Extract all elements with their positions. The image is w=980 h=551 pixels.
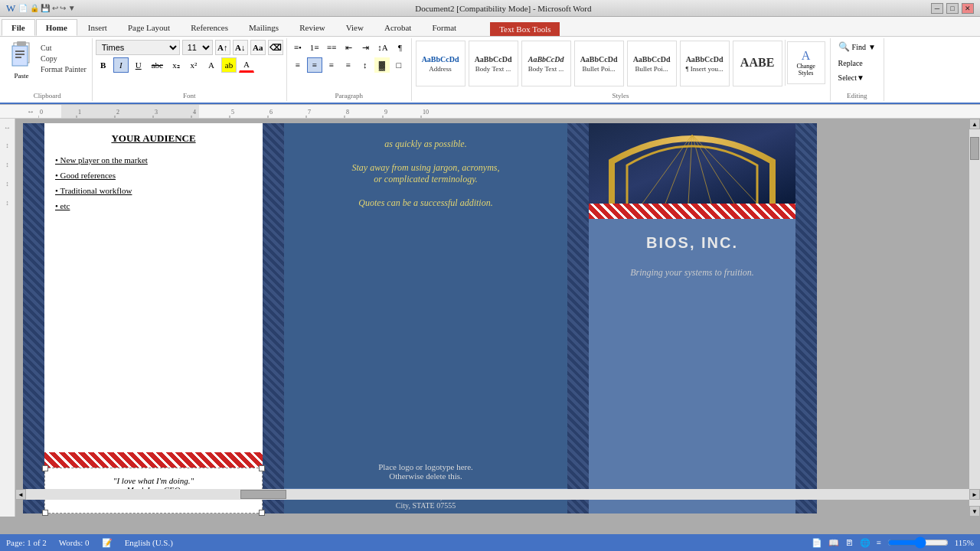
left-red-stripe [44,452,263,468]
logo-placeholder[interactable]: Place logo or logotype here. Otherwise d… [284,455,567,488]
panel-left: YOUR AUDIENCE • New player on the market… [44,123,263,514]
close-button[interactable]: ✕ [962,3,974,14]
select-button[interactable]: Select▼ [834,72,869,83]
justify-button[interactable]: ≡ [341,57,356,73]
view-outline-icon[interactable]: ≡ [877,538,881,547]
font-group-label: Font [183,92,196,99]
numbering-button[interactable]: 1≡ [307,40,322,55]
bullets-button[interactable]: ≡• [290,40,305,55]
scroll-right-button[interactable]: ► [969,489,980,500]
tab-view[interactable]: View [336,19,374,36]
clear-format-button[interactable]: ⌫ [268,40,283,55]
line-spacing-button[interactable]: ↕ [358,57,373,73]
panel-right: BIOS, INC. Bringing your systems to frui… [589,123,795,514]
style-insert-you[interactable]: AaBbCcDd ¶ Insert you... [680,41,730,86]
hscroll-thumb[interactable] [240,490,286,499]
maximize-button[interactable]: □ [946,3,959,14]
text-effects-button[interactable]: A [204,57,219,73]
zoom-slider[interactable] [887,538,949,547]
underline-button[interactable]: U [131,57,146,73]
svg-rect-7 [61,105,199,119]
horizontal-scrollbar[interactable]: ◄ ► [15,489,980,500]
styles-group: AaBbCcDd Address AaBbCcDd Body Text ... … [412,38,831,101]
font-color-button[interactable]: A [239,57,254,73]
svg-text:3: 3 [155,109,158,116]
decrease-font-button[interactable]: A↓ [233,40,248,55]
view-normal-icon[interactable]: 📄 [812,538,822,548]
italic-button[interactable]: I [113,57,129,73]
left-dark-border [23,123,44,514]
document-panels: YOUR AUDIENCE • New player on the market… [23,123,962,514]
bullet-item-2: • Good references [55,171,252,180]
tab-format[interactable]: Format [422,19,466,36]
style-bullet-point[interactable]: AaBbCcDd Bullet Poi... [574,41,624,86]
minimize-button[interactable]: ─ [931,3,943,14]
page-info: Page: 1 of 2 [6,538,47,547]
sort-button[interactable]: ↕A [374,40,390,55]
tab-review[interactable]: Review [289,19,335,36]
tab-references[interactable]: References [181,19,238,36]
find-button[interactable]: 🔍 Find▼ [834,40,880,54]
format-painter-button[interactable]: Format Painter [38,64,89,74]
svg-text:6: 6 [270,109,273,116]
increase-font-button[interactable]: A↑ [215,40,230,55]
style-address[interactable]: AaBbCcDd Address [416,41,466,86]
increase-indent-button[interactable]: ⇥ [358,40,373,55]
superscript-button[interactable]: x² [186,57,201,73]
replace-button[interactable]: Replace [834,57,867,69]
subscript-button[interactable]: x₂ [168,57,184,73]
hscroll-track[interactable] [26,489,969,500]
change-case-button[interactable]: Aa [250,40,266,55]
tab-home[interactable]: Home [36,19,77,36]
align-right-button[interactable]: ≡ [324,57,339,73]
view-reading-icon[interactable]: 📖 [828,538,839,548]
svg-rect-1 [12,46,28,66]
svg-text:0: 0 [40,109,43,116]
style-body-text2[interactable]: AaBbCcDd Body Text ... [521,41,571,86]
ribbon-content: Paste Cut Copy Format Painter Clipboard … [0,37,980,104]
app-icon: W [6,2,15,15]
font-name-select[interactable]: Times Arial Calibri [96,40,180,55]
copy-button[interactable]: Copy [38,54,89,64]
word-count: Words: 0 [59,538,90,547]
align-center-button[interactable]: ≡ [307,57,322,73]
scroll-up-button[interactable]: ▲ [969,119,980,129]
show-hide-button[interactable]: ¶ [393,40,408,55]
bullet-list: • New player on the market • Good refere… [55,155,252,210]
vertical-scrollbar[interactable]: ▲ ▼ [969,119,980,517]
align-left-button[interactable]: ≡ [290,57,305,73]
cut-button[interactable]: Cut [38,43,89,53]
scroll-thumb[interactable] [970,137,979,160]
tab-textbox-tools[interactable]: Text Box Tools [490,22,560,36]
style-bullet-point2[interactable]: AaBbCcDd Bullet Poi... [627,41,677,86]
borders-button[interactable]: □ [391,57,407,73]
zoom-level[interactable]: 115% [955,538,974,547]
svg-text:8: 8 [346,109,349,116]
tab-mailings[interactable]: Mailings [239,19,289,36]
paste-button[interactable]: Paste [6,40,37,81]
decrease-indent-button[interactable]: ⇤ [341,40,356,55]
view-web-icon[interactable]: 🌐 [860,538,871,548]
svg-text:10: 10 [423,109,429,116]
company-section: BIOS, INC. Bringing your systems to frui… [589,219,795,514]
tab-page-layout[interactable]: Page Layout [118,19,180,36]
strikethrough-button[interactable]: abc [149,57,166,73]
view-layout-icon[interactable]: 🖹 [845,538,854,547]
highlight-button[interactable]: ab [221,57,237,73]
tab-acrobat[interactable]: Acrobat [374,19,421,36]
scroll-down-button[interactable]: ▼ [969,506,980,517]
bold-button[interactable]: B [96,57,111,73]
font-size-select[interactable]: 11 12 14 [182,40,213,55]
style-aabe[interactable]: AABE [733,41,782,86]
change-styles-button[interactable]: A Change Styles [787,41,825,84]
spell-check-icon[interactable]: 📝 [102,538,113,548]
scroll-left-button[interactable]: ◄ [15,489,26,500]
scroll-track[interactable] [969,129,980,506]
tab-insert[interactable]: Insert [78,19,117,36]
multilevel-button[interactable]: ≡≡ [324,40,339,55]
style-body-text[interactable]: AaBbCcDd Body Text ... [469,41,518,86]
shading-button[interactable]: ▓ [374,57,390,73]
language[interactable]: English (U.S.) [125,538,173,547]
svg-rect-3 [15,51,24,52]
tab-file[interactable]: File [2,19,35,36]
